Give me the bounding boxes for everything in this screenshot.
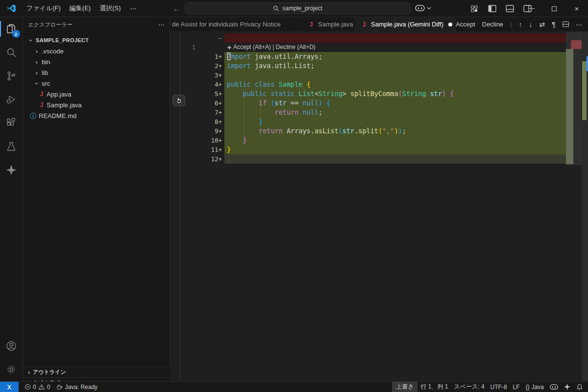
error-icon bbox=[24, 384, 31, 390]
code-text: } bbox=[224, 136, 566, 145]
java-status[interactable]: Java: Ready bbox=[53, 382, 100, 392]
maximize-button[interactable] bbox=[543, 0, 565, 17]
added-line: 9+ return Arrays.asList(str.split(",")); bbox=[170, 126, 566, 136]
more-actions-icon[interactable]: ⋯ bbox=[576, 21, 583, 28]
settings-gear-icon[interactable] bbox=[0, 358, 23, 381]
tree-item-sample-project[interactable]: ›SAMPLE_PROJECT bbox=[23, 35, 170, 46]
original-line-number bbox=[170, 145, 198, 154]
java-file-icon: J bbox=[38, 101, 46, 108]
added-line: 2+import java.util.List; bbox=[170, 61, 566, 71]
eol-sequence[interactable]: LF bbox=[510, 382, 523, 392]
menu-edit[interactable]: 編集(E) bbox=[65, 2, 95, 15]
copilot-status[interactable] bbox=[547, 382, 561, 392]
code-editor[interactable]: −1Accept (Alt+A) | Decline (Alt+D)1+impo… bbox=[170, 32, 588, 381]
notifications[interactable] bbox=[573, 382, 588, 392]
activity-search[interactable] bbox=[0, 41, 23, 64]
line-number: 3+ bbox=[198, 71, 224, 80]
tab-sample-java[interactable]: J Sample.java bbox=[302, 17, 355, 31]
line-number: 5+ bbox=[198, 89, 224, 98]
codelens-line: 1Accept (Alt+A) | Decline (Alt+D) bbox=[170, 43, 566, 52]
problems-status[interactable]: 0 0 bbox=[22, 382, 53, 392]
account-icon[interactable] bbox=[0, 334, 23, 358]
braces-icon: {} bbox=[526, 384, 530, 391]
chevron-right-icon: › bbox=[25, 368, 33, 376]
gemini-status[interactable] bbox=[561, 382, 573, 392]
nav-back-icon[interactable]: ← bbox=[173, 4, 180, 13]
tree-item-lib[interactable]: ›lib bbox=[23, 67, 170, 78]
menu-selection[interactable]: 選択(S) bbox=[95, 2, 125, 15]
minimap[interactable] bbox=[566, 32, 582, 381]
java-file-icon: J bbox=[38, 91, 46, 98]
vscode-logo-icon bbox=[6, 3, 16, 13]
encoding[interactable]: UTF-8 bbox=[488, 382, 510, 392]
codelens-text[interactable]: Accept (Alt+A) | Decline (Alt+D) bbox=[224, 43, 566, 52]
code-text bbox=[224, 33, 566, 43]
cursor-position[interactable]: 行 1、列 1 bbox=[417, 382, 451, 392]
minimize-button[interactable] bbox=[520, 0, 543, 17]
tab-label: Sample.java bbox=[318, 21, 353, 28]
error-count: 0 bbox=[33, 384, 36, 391]
language-mode[interactable]: {} Java bbox=[523, 382, 547, 392]
java-file-icon: J bbox=[307, 21, 315, 28]
dirty-dot-icon[interactable] bbox=[448, 23, 452, 26]
tree-item--vscode[interactable]: ›.vscode bbox=[23, 46, 170, 56]
search-icon bbox=[5, 47, 17, 58]
toggle-panel-icon[interactable] bbox=[503, 3, 516, 15]
line-number: 2+ bbox=[198, 61, 224, 71]
remote-indicator[interactable] bbox=[0, 382, 19, 392]
original-line-number bbox=[170, 154, 198, 164]
code-text: import java.util.Arrays; bbox=[224, 52, 566, 61]
added-line: 4+public class Sample { bbox=[170, 80, 566, 89]
toggle-sidebar-icon[interactable] bbox=[486, 3, 498, 15]
encoding-label: UTF-8 bbox=[490, 384, 507, 391]
bell-icon bbox=[576, 384, 583, 391]
original-line-number bbox=[170, 117, 198, 126]
copilot-menu[interactable] bbox=[415, 2, 431, 14]
java-status-label: Java: Ready bbox=[65, 384, 98, 391]
eol-label: LF bbox=[513, 384, 520, 391]
accept-button[interactable]: Accept bbox=[456, 21, 475, 28]
tree-item-app-java[interactable]: JApp.java bbox=[23, 89, 170, 99]
overview-ruler[interactable] bbox=[582, 32, 588, 381]
indentation[interactable]: スペース: 4 bbox=[451, 382, 487, 392]
sparkle-icon bbox=[6, 165, 17, 175]
menu-more-icon[interactable]: ⋯ bbox=[125, 3, 142, 14]
tree-item-src[interactable]: ›src bbox=[23, 78, 170, 89]
activity-explorer[interactable]: 2 bbox=[0, 17, 23, 41]
command-center-search[interactable]: sample_project bbox=[185, 2, 411, 14]
activity-extensions[interactable] bbox=[0, 111, 23, 135]
tab-privacy-notice[interactable]: de Assist for individuals Privacy Notice bbox=[170, 17, 302, 31]
activity-gemini[interactable] bbox=[0, 158, 23, 182]
explorer-more-icon[interactable]: ⋯ bbox=[158, 21, 165, 28]
minimap-slider[interactable] bbox=[566, 32, 582, 165]
section-outline[interactable]: › アウトライン bbox=[23, 367, 170, 377]
chevron-right-icon: › bbox=[33, 48, 41, 55]
original-line-number bbox=[170, 136, 198, 145]
menu-file[interactable]: ファイル(F) bbox=[22, 2, 65, 15]
next-change-icon[interactable]: ↓ bbox=[529, 21, 533, 28]
tab-sample-java-gemini-diff[interactable]: J Sample.java (Gemini Diff) bbox=[355, 17, 456, 31]
code-text: return null; bbox=[224, 108, 566, 117]
revert-block-button[interactable] bbox=[172, 95, 185, 106]
split-editor-icon[interactable] bbox=[563, 22, 569, 27]
tree-item-readme-md[interactable]: iREADME.md bbox=[23, 110, 170, 121]
activity-testing[interactable] bbox=[0, 135, 23, 158]
copilot-icon bbox=[415, 5, 425, 12]
close-button[interactable]: × bbox=[565, 0, 588, 17]
decline-button[interactable]: Decline bbox=[482, 21, 503, 28]
original-line-number bbox=[170, 33, 198, 43]
tree-item-bin[interactable]: ›bin bbox=[23, 56, 170, 67]
code-text bbox=[224, 71, 566, 80]
customize-layout-icon[interactable] bbox=[468, 3, 481, 15]
original-line-number bbox=[170, 52, 198, 61]
original-line-number: 1 bbox=[170, 43, 198, 52]
search-icon bbox=[273, 5, 279, 12]
previous-change-icon[interactable]: ↑ bbox=[519, 21, 522, 28]
whitespace-icon[interactable]: ¶ bbox=[552, 21, 556, 28]
activity-source-control[interactable] bbox=[0, 64, 23, 88]
toggle-diff-view-icon[interactable]: ⇄ bbox=[539, 21, 545, 28]
activity-run-debug[interactable] bbox=[0, 88, 23, 111]
tree-item-sample-java[interactable]: JSample.java bbox=[23, 99, 170, 110]
overtype-indicator[interactable]: 上書き bbox=[392, 382, 417, 392]
status-bar: 0 0 Java: Ready 上書き 行 1、列 1 bbox=[0, 381, 588, 392]
